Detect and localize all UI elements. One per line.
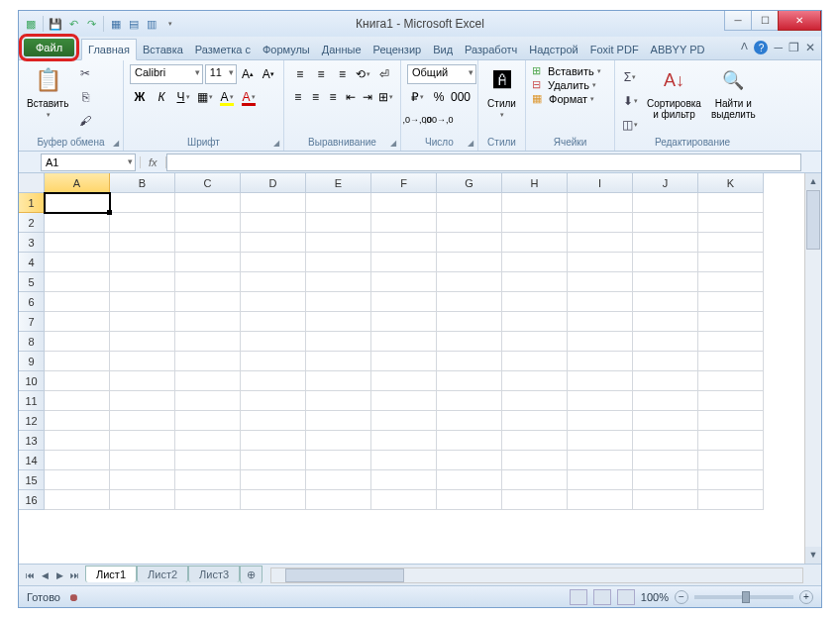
- cell[interactable]: [241, 470, 306, 490]
- cell[interactable]: [45, 391, 110, 411]
- doc-close-icon[interactable]: ✕: [805, 41, 815, 54]
- doc-restore-icon[interactable]: ❐: [788, 41, 799, 54]
- sheet-tab-3[interactable]: Лист3: [188, 566, 240, 582]
- cell[interactable]: [110, 451, 175, 470]
- alignment-launcher-icon[interactable]: ◢: [390, 139, 396, 148]
- col-header[interactable]: I: [568, 173, 633, 193]
- cell[interactable]: [241, 272, 306, 292]
- cell[interactable]: [175, 391, 241, 411]
- cell[interactable]: [568, 233, 633, 253]
- cell[interactable]: [175, 213, 241, 233]
- cell[interactable]: [568, 292, 633, 312]
- tab-view[interactable]: Вид: [427, 40, 459, 59]
- cell[interactable]: [110, 371, 175, 391]
- currency-icon[interactable]: ₽▾: [407, 87, 427, 107]
- cell[interactable]: [241, 371, 306, 391]
- font-color-icon[interactable]: A▾: [239, 87, 259, 107]
- cell[interactable]: [306, 411, 371, 431]
- cell[interactable]: [45, 490, 110, 510]
- zoom-in-icon[interactable]: +: [799, 590, 813, 604]
- cell[interactable]: [45, 213, 110, 233]
- col-header[interactable]: E: [306, 173, 371, 193]
- cell[interactable]: [45, 371, 110, 391]
- row-header[interactable]: 15: [19, 470, 45, 490]
- cell[interactable]: [633, 451, 698, 470]
- cell[interactable]: [698, 272, 764, 292]
- name-box[interactable]: A1: [41, 154, 136, 171]
- cell[interactable]: [241, 391, 306, 411]
- cell[interactable]: [175, 332, 241, 352]
- font-size-combo[interactable]: 11: [205, 64, 237, 84]
- close-button[interactable]: ✕: [778, 11, 821, 31]
- cell[interactable]: [502, 272, 568, 292]
- cell[interactable]: [45, 233, 110, 253]
- align-middle-icon[interactable]: ≡: [311, 64, 330, 84]
- cell[interactable]: [437, 451, 502, 470]
- cell[interactable]: [110, 431, 175, 451]
- cell[interactable]: [45, 332, 110, 352]
- cell[interactable]: [371, 292, 437, 312]
- cell[interactable]: [568, 312, 633, 332]
- cell[interactable]: [371, 352, 437, 371]
- cell[interactable]: [633, 490, 698, 510]
- cell[interactable]: [633, 312, 698, 332]
- cell[interactable]: [45, 193, 110, 213]
- cell[interactable]: [633, 213, 698, 233]
- zoom-thumb[interactable]: [742, 591, 750, 603]
- cell[interactable]: [371, 332, 437, 352]
- insert-cells-button[interactable]: ⊞ Вставить▾: [532, 64, 608, 77]
- scroll-down-icon[interactable]: ▼: [805, 547, 821, 564]
- cell[interactable]: [306, 272, 371, 292]
- cell[interactable]: [698, 411, 764, 431]
- wrap-text-icon[interactable]: ⏎: [375, 64, 394, 84]
- comma-icon[interactable]: 000: [451, 87, 471, 107]
- cell[interactable]: [698, 371, 764, 391]
- cell[interactable]: [633, 352, 698, 371]
- cell[interactable]: [306, 470, 371, 490]
- tab-data[interactable]: Данные: [316, 40, 368, 59]
- fill-color-icon[interactable]: A▾: [217, 87, 237, 107]
- cell[interactable]: [437, 411, 502, 431]
- cell[interactable]: [306, 253, 371, 272]
- cell[interactable]: [110, 411, 175, 431]
- vertical-scrollbar[interactable]: ▲ ▼: [804, 173, 821, 564]
- cell[interactable]: [241, 193, 306, 213]
- cell[interactable]: [698, 451, 764, 470]
- styles-button[interactable]: 🅰 Стили ▾: [482, 62, 521, 121]
- row-header[interactable]: 13: [19, 431, 45, 451]
- view-layout-icon[interactable]: [593, 589, 611, 605]
- tab-formulas[interactable]: Формулы: [257, 40, 316, 59]
- cell[interactable]: [437, 332, 502, 352]
- cell[interactable]: [110, 391, 175, 411]
- cell[interactable]: [110, 272, 175, 292]
- number-launcher-icon[interactable]: ◢: [468, 139, 473, 148]
- merge-icon[interactable]: ⊞▾: [377, 87, 394, 107]
- cell[interactable]: [568, 371, 633, 391]
- cell[interactable]: [306, 332, 371, 352]
- cell[interactable]: [110, 253, 175, 272]
- cell[interactable]: [437, 431, 502, 451]
- cell[interactable]: [241, 332, 306, 352]
- clipboard-launcher-icon[interactable]: ◢: [113, 139, 119, 148]
- decrease-indent-icon[interactable]: ⇤: [343, 87, 359, 107]
- shrink-font-icon[interactable]: A▾: [259, 64, 277, 84]
- tab-foxit[interactable]: Foxit PDF: [584, 40, 645, 59]
- cell[interactable]: [175, 411, 241, 431]
- row-header[interactable]: 12: [19, 411, 45, 431]
- cell[interactable]: [437, 312, 502, 332]
- cell[interactable]: [175, 490, 241, 510]
- cell[interactable]: [371, 272, 437, 292]
- cell[interactable]: [502, 411, 568, 431]
- cell[interactable]: [698, 431, 764, 451]
- row-header[interactable]: 7: [19, 312, 45, 332]
- cell[interactable]: [568, 193, 633, 213]
- zoom-level[interactable]: 100%: [641, 591, 669, 603]
- cell[interactable]: [371, 233, 437, 253]
- cell[interactable]: [698, 470, 764, 490]
- cell[interactable]: [45, 272, 110, 292]
- sort-filter-button[interactable]: A↓ Сортировка и фильтр: [643, 62, 705, 122]
- number-format-combo[interactable]: Общий: [407, 64, 476, 84]
- cell[interactable]: [633, 272, 698, 292]
- cell[interactable]: [306, 431, 371, 451]
- ribbon-minimize-icon[interactable]: ᐱ: [741, 41, 748, 54]
